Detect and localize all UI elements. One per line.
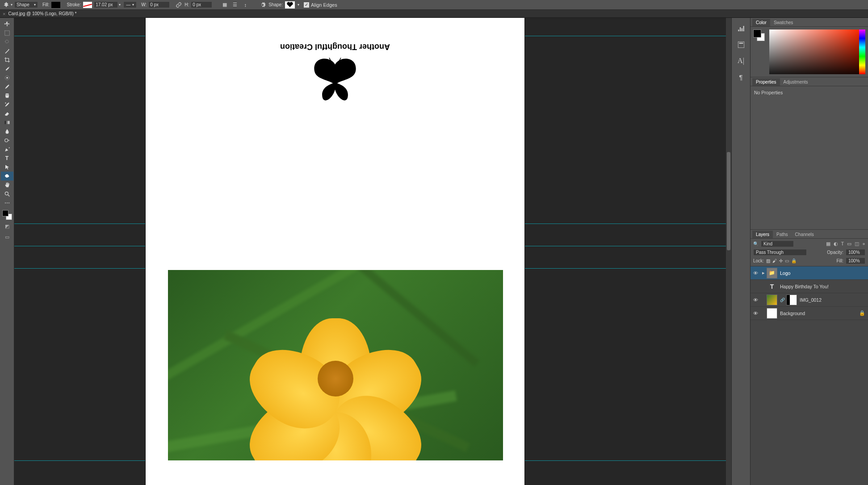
custom-shape-picker[interactable]	[285, 1, 295, 9]
smart-object-thumb	[767, 295, 777, 305]
lock-image-icon[interactable]: 🖌	[772, 258, 777, 263]
lock-icon[interactable]: 🔒	[859, 310, 865, 316]
lock-artboard-icon[interactable]: ▭	[785, 258, 789, 263]
tool-preset-picker[interactable]: ▾	[3, 0, 13, 10]
visibility-toggle[interactable]: 👁	[751, 311, 760, 316]
eraser-tool[interactable]	[1, 109, 13, 118]
dodge-tool[interactable]	[1, 136, 13, 145]
flower-photo	[168, 270, 503, 460]
tab-properties[interactable]: Properties	[752, 78, 780, 86]
move-tool[interactable]	[1, 20, 13, 29]
paragraph-panel-icon-a[interactable]: A|	[735, 55, 747, 67]
filter-pixel-icon[interactable]: ▦	[826, 241, 830, 247]
hand-tool[interactable]	[1, 181, 13, 190]
path-select-tool[interactable]	[1, 163, 13, 172]
layer-row-background[interactable]: 👁 Background 🔒	[751, 307, 868, 320]
lock-transparent-icon[interactable]: ▨	[766, 258, 770, 263]
layer-mask-thumb[interactable]	[786, 295, 797, 305]
type-tool[interactable]: T	[1, 154, 13, 163]
tab-channels[interactable]: Channels	[792, 231, 818, 238]
width-input[interactable]	[148, 1, 170, 8]
tab-swatches[interactable]: Swatches	[770, 19, 797, 26]
folder-thumb-icon: 📁	[767, 268, 777, 278]
color-spectrum[interactable]	[769, 30, 859, 74]
tab-layers[interactable]: Layers	[752, 231, 773, 238]
tab-adjustments[interactable]: Adjustments	[780, 78, 812, 86]
layer-name[interactable]: Logo	[780, 270, 790, 276]
marquee-tool[interactable]	[1, 29, 13, 38]
color-fg-bg[interactable]	[753, 30, 765, 41]
filter-toggle-icon[interactable]: ●	[862, 241, 865, 247]
brush-tool[interactable]	[1, 82, 13, 91]
close-tab-icon[interactable]: ×	[3, 11, 5, 17]
history-brush-tool[interactable]	[1, 100, 13, 109]
options-bar: ▾ Shape ▾ Fill: Stroke: ▾ — ▾ W: H: ▦ ☰ …	[0, 0, 868, 10]
tab-color[interactable]: Color	[752, 19, 770, 26]
opacity-input[interactable]: 100%	[846, 249, 865, 256]
canvas-area[interactable]: Another Thoughtful Creation	[14, 18, 731, 485]
filter-type-icon[interactable]: T	[841, 241, 844, 247]
gradient-tool[interactable]	[1, 118, 13, 127]
stroke-width-input[interactable]	[94, 1, 118, 8]
filter-smart-icon[interactable]: ◫	[855, 241, 859, 247]
layer-name[interactable]: IMG_0012	[800, 297, 822, 303]
fill-swatch[interactable]	[51, 1, 61, 8]
layer-row-smart[interactable]: 👁 🔗 IMG_0012	[751, 293, 868, 307]
link-mask-icon[interactable]: 🔗	[780, 298, 785, 302]
crop-tool[interactable]	[1, 55, 13, 64]
magic-wand-tool[interactable]	[1, 46, 13, 55]
layer-name[interactable]: Happy Birthday To You!	[780, 284, 829, 289]
shape-label: Shape:	[268, 2, 283, 7]
visibility-toggle[interactable]: 👁	[751, 270, 760, 276]
guide-vertical[interactable]	[524, 18, 525, 485]
lasso-tool[interactable]	[1, 38, 13, 46]
path-arrange-icon[interactable]: ↕	[241, 0, 250, 9]
visibility-toggle[interactable]: 👁	[751, 297, 760, 303]
path-align-icon[interactable]: ☰	[231, 0, 239, 9]
svg-point-3	[5, 102, 6, 103]
eyedropper-tool[interactable]	[1, 64, 13, 73]
fill-opacity-input[interactable]: 100%	[846, 257, 865, 264]
clone-stamp-tool[interactable]	[1, 91, 13, 100]
spot-heal-tool[interactable]	[1, 73, 13, 82]
layer-name[interactable]: Background	[780, 311, 805, 316]
tab-paths[interactable]: Paths	[773, 231, 792, 238]
blur-tool[interactable]	[1, 127, 13, 136]
logo-text: Another Thoughtful Creation	[280, 42, 390, 51]
quick-mask-icon[interactable]: ◩	[1, 222, 13, 231]
custom-shape-tool[interactable]	[1, 172, 13, 181]
lock-position-icon[interactable]: ✢	[779, 258, 783, 263]
layer-row-logo[interactable]: 👁 ▸ 📁 Logo	[751, 266, 868, 280]
filter-shape-icon[interactable]: ▭	[847, 241, 851, 247]
edit-toolbar-icon[interactable]: ⋯	[1, 198, 13, 207]
path-operations-icon[interactable]: ▦	[220, 0, 229, 9]
gear-icon[interactable]	[258, 0, 267, 9]
screen-mode-icon[interactable]: ▭	[1, 232, 13, 241]
histogram-panel-icon[interactable]	[735, 22, 747, 35]
document-tab-title[interactable]: Card.jpg @ 100% (Logo, RGB/8) *	[8, 11, 76, 16]
link-dimensions-icon[interactable]	[174, 0, 183, 9]
stroke-style-dropdown[interactable]: — ▾	[123, 1, 137, 8]
character-panel-icon[interactable]	[735, 38, 747, 51]
canvas-vertical-scrollbar[interactable]	[726, 18, 731, 485]
color-panel-tabs: Color Swatches	[751, 18, 868, 27]
pen-tool[interactable]	[1, 145, 13, 154]
collapsed-panel-dock: A| ¶	[731, 18, 750, 485]
properties-panel-body: No Properties	[751, 86, 868, 229]
layer-filter-dropdown[interactable]: Kind	[761, 240, 794, 247]
fill-label: Fill:	[42, 2, 50, 7]
layer-row-text[interactable]: T Happy Birthday To You!	[751, 280, 868, 293]
group-disclosure-icon[interactable]: ▸	[760, 270, 767, 276]
zoom-tool[interactable]	[1, 190, 13, 198]
shape-mode-dropdown[interactable]: Shape ▾	[14, 1, 38, 8]
filter-adjust-icon[interactable]: ◐	[834, 241, 838, 247]
align-edges-checkbox[interactable]: ✓ Align Edges	[304, 2, 337, 8]
svg-point-5	[4, 139, 8, 142]
stroke-swatch[interactable]	[83, 1, 92, 8]
paragraph-panel-icon-p[interactable]: ¶	[735, 71, 747, 83]
lock-all-icon[interactable]: 🔒	[791, 258, 797, 263]
hue-strip[interactable]	[859, 30, 865, 74]
blend-mode-dropdown[interactable]: Pass Through	[753, 249, 807, 256]
foreground-background-colors[interactable]	[2, 210, 12, 220]
height-input[interactable]	[191, 1, 212, 8]
